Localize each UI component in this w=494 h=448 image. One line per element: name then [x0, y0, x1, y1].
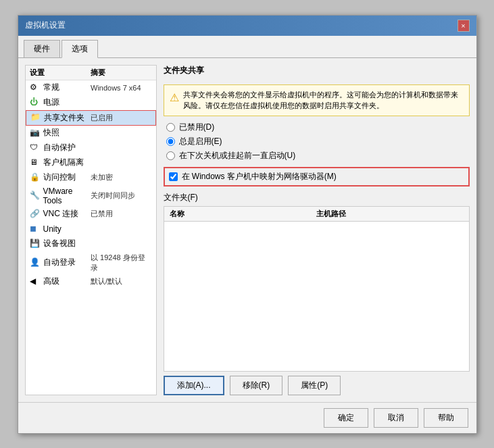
unity-icon	[30, 224, 41, 234]
folders-btn-row: 添加(A)... 移除(R) 属性(P)	[164, 376, 470, 395]
power-icon	[30, 97, 41, 108]
folders-label: 文件夹(F)	[164, 192, 470, 203]
folders-table: 名称 主机路径	[164, 206, 470, 372]
item-summary-vnc: 已禁用	[91, 209, 152, 219]
item-summary-general: Windows 7 x64	[91, 84, 152, 92]
list-item-auto-login[interactable]: 自动登录 以 19248 身份登录	[26, 251, 156, 274]
item-label-guest-isolation: 客户机隔离	[43, 157, 84, 168]
radio-always-label: 总是启用(E)	[179, 136, 222, 147]
list-item-autosave[interactable]: 自动保护	[26, 141, 156, 155]
folders-section: 文件夹(F) 名称 主机路径 添加(A)... 移除(R) 属性(P)	[164, 192, 470, 395]
settings-list: 设置 摘要 常规 Windows 7 x64 电源 共享文件夹 已启用 快照	[25, 65, 157, 395]
warning-icon: ⚠	[170, 90, 179, 106]
help-button[interactable]: 帮助	[424, 408, 468, 428]
list-item-unity[interactable]: Unity	[26, 222, 156, 237]
content-area: 设置 摘要 常规 Windows 7 x64 电源 共享文件夹 已启用 快照	[18, 58, 476, 402]
sharing-radio-group: 已禁用(D) 总是启用(E) 在下次关机或挂起前一直启动(U)	[164, 122, 470, 161]
properties-button[interactable]: 属性(P)	[288, 376, 341, 395]
map-network-drive-label: 在 Windows 客户机中映射为网络驱动器(M)	[182, 171, 337, 182]
cancel-button[interactable]: 取消	[374, 408, 418, 428]
item-label-vmware-tools: VMware Tools	[43, 186, 91, 205]
item-label-unity: Unity	[43, 224, 61, 234]
item-label-device-view: 设备视图	[43, 238, 76, 249]
warning-text: 共享文件夹会将您的文件显示给虚拟机中的程序。这可能会为您的计算机和数据带来风险。…	[183, 89, 464, 111]
list-item-general[interactable]: 常规 Windows 7 x64	[26, 80, 156, 95]
radio-disabled-label: 已禁用(D)	[179, 122, 215, 133]
item-label-advanced: 高级	[43, 276, 59, 287]
list-item-device-view[interactable]: 设备视图	[26, 237, 156, 251]
ok-button[interactable]: 确定	[324, 408, 368, 428]
list-item-vnc[interactable]: VNC 连接 已禁用	[26, 207, 156, 222]
advanced-icon	[30, 276, 41, 287]
bottom-bar: 确定 取消 帮助	[18, 402, 476, 433]
item-summary-shared-folder: 已启用	[91, 113, 151, 123]
tab-options[interactable]: 选项	[61, 40, 98, 58]
list-item-access-control[interactable]: 访问控制 未加密	[26, 170, 156, 185]
section-title-file-sharing: 文件夹共享	[164, 65, 470, 76]
camera-icon	[30, 128, 41, 139]
warning-box: ⚠ 共享文件夹会将您的文件显示给虚拟机中的程序。这可能会为您的计算机和数据带来风…	[164, 84, 470, 116]
dialog: 虚拟机设置 × 硬件 选项 设置 摘要 常规 Windows 7 x64 电源	[18, 15, 477, 434]
right-panel: 文件夹共享 ⚠ 共享文件夹会将您的文件显示给虚拟机中的程序。这可能会为您的计算机…	[164, 65, 470, 395]
radio-next-shutdown-input[interactable]	[166, 151, 175, 160]
dialog-title: 虚拟机设置	[25, 20, 66, 31]
link-icon	[30, 209, 41, 220]
gear-icon	[30, 82, 41, 93]
item-label-vnc: VNC 连接	[43, 208, 79, 220]
col-header-summary: 摘要	[91, 68, 152, 78]
radio-next-shutdown[interactable]: 在下次关机或挂起前一直启动(U)	[166, 150, 470, 161]
device-icon	[30, 239, 41, 249]
radio-disabled[interactable]: 已禁用(D)	[166, 122, 470, 133]
close-button[interactable]: ×	[458, 20, 470, 32]
list-item-vmware-tools[interactable]: VMware Tools 关闭时间同步	[26, 185, 156, 207]
item-label-autosave: 自动保护	[43, 142, 76, 153]
item-label-shared-folder: 共享文件夹	[44, 112, 84, 124]
list-item-advanced[interactable]: 高级 默认/默认	[26, 274, 156, 289]
radio-always-input[interactable]	[166, 137, 175, 146]
vm-icon	[30, 157, 41, 168]
item-label-access-control: 访问控制	[43, 172, 76, 183]
tab-bar: 硬件 选项	[18, 36, 476, 58]
col-header-setting: 设置	[30, 68, 91, 78]
list-item-snapshot[interactable]: 快照	[26, 126, 156, 141]
list-item-shared-folder[interactable]: 共享文件夹 已启用	[26, 110, 156, 126]
item-summary-access-control: 未加密	[91, 172, 152, 182]
map-network-drive-checkbox[interactable]	[169, 172, 178, 181]
col-host-path: 主机路径	[316, 209, 464, 219]
title-bar: 虚拟机设置 ×	[18, 16, 476, 36]
tab-hardware[interactable]: 硬件	[24, 40, 60, 57]
map-network-drive-row: 在 Windows 客户机中映射为网络驱动器(M)	[164, 167, 470, 186]
shield-icon	[30, 143, 41, 153]
lock-icon	[30, 172, 41, 183]
list-item-power[interactable]: 电源	[26, 95, 156, 110]
radio-next-shutdown-label: 在下次关机或挂起前一直启动(U)	[179, 150, 296, 161]
tools-icon	[30, 191, 41, 201]
item-label-auto-login: 自动登录	[43, 257, 76, 268]
remove-button[interactable]: 移除(R)	[230, 376, 283, 395]
radio-disabled-input[interactable]	[166, 123, 175, 132]
item-label-power: 电源	[43, 97, 59, 108]
login-icon	[30, 257, 41, 268]
item-summary-auto-login: 以 19248 身份登录	[91, 253, 152, 273]
settings-list-header: 设置 摘要	[26, 66, 156, 80]
radio-always[interactable]: 总是启用(E)	[166, 136, 470, 147]
item-summary-vmware-tools: 关闭时间同步	[91, 191, 152, 201]
folder-icon	[30, 112, 41, 123]
folders-table-header: 名称 主机路径	[164, 207, 469, 222]
col-name: 名称	[170, 209, 317, 219]
item-label-general: 常规	[43, 82, 59, 93]
add-button[interactable]: 添加(A)...	[164, 376, 224, 395]
item-summary-advanced: 默认/默认	[91, 276, 152, 287]
list-item-guest-isolation[interactable]: 客户机隔离	[26, 155, 156, 170]
item-label-snapshot: 快照	[43, 127, 59, 139]
